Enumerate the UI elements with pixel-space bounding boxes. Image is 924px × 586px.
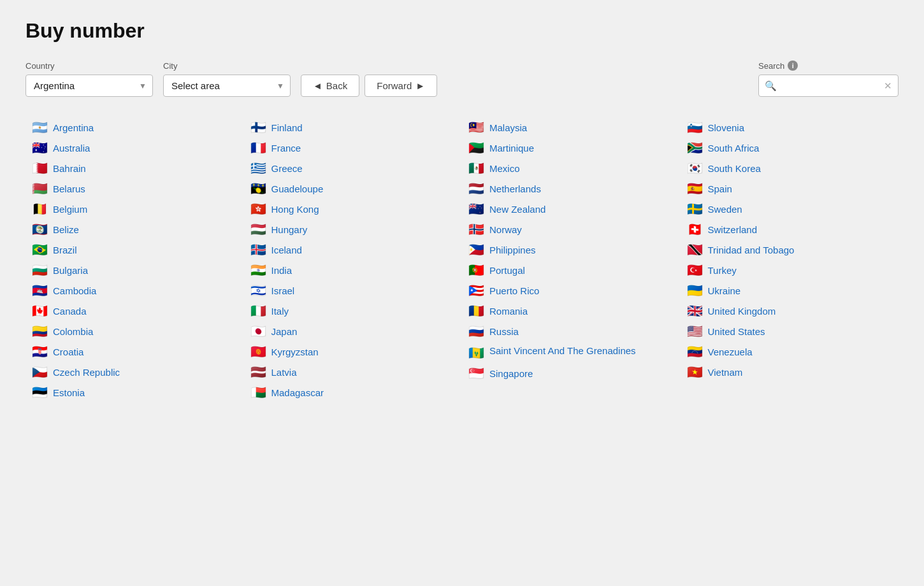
country-item[interactable]: 🇳🇱Netherlands	[462, 178, 681, 199]
country-name: Russia	[489, 326, 519, 337]
country-name: Bahrain	[53, 163, 86, 174]
country-item[interactable]: 🇻🇳Vietnam	[681, 362, 899, 382]
country-item[interactable]: 🇻🇨Saint Vincent And The Grenadines	[462, 341, 681, 363]
country-name: India	[271, 265, 292, 276]
search-input[interactable]	[758, 75, 899, 97]
country-item[interactable]: 🇮🇸Iceland	[244, 239, 463, 260]
country-flag-icon: 🇿🇦	[687, 141, 703, 154]
country-flag-icon: 🇻🇳	[687, 366, 703, 378]
country-item[interactable]: 🇹🇹Trinidad and Tobago	[681, 239, 899, 260]
country-item[interactable]: 🇳🇿New Zealand	[462, 199, 681, 219]
country-name: Latvia	[271, 367, 297, 378]
country-item[interactable]: 🇮🇳India	[244, 260, 463, 280]
country-item[interactable]: 🇭🇷Croatia	[25, 341, 244, 362]
forward-button[interactable]: Forward ►	[365, 75, 437, 97]
country-flag-icon: 🇫🇮	[250, 121, 266, 134]
country-item[interactable]: 🇰🇬Kyrgyzstan	[244, 341, 463, 362]
country-item[interactable]: 🇸🇬Singapore	[462, 363, 681, 383]
country-item[interactable]: 🇪🇪Estonia	[25, 382, 244, 403]
country-item[interactable]: 🇮🇱Israel	[244, 280, 463, 301]
country-item[interactable]: 🇹🇷Turkey	[681, 260, 899, 280]
country-item[interactable]: 🇫🇷France	[244, 138, 463, 158]
country-item[interactable]: 🇧🇾Belarus	[25, 178, 244, 199]
country-name: Belgium	[53, 204, 87, 215]
country-item[interactable]: 🇲🇾Malaysia	[462, 117, 681, 138]
country-item[interactable]: 🇧🇪Belgium	[25, 199, 244, 219]
country-flag-icon: 🇭🇺	[250, 223, 266, 236]
country-name: United States	[708, 326, 765, 337]
country-flag-icon: 🇲🇽	[468, 162, 484, 175]
country-item[interactable]: 🇧🇭Bahrain	[25, 158, 244, 178]
country-column-1: 🇫🇮Finland🇫🇷France🇬🇷Greece🇬🇵Guadeloupe🇭🇰H…	[244, 117, 463, 403]
country-name: Sweden	[708, 204, 742, 215]
page-title: Buy number	[25, 19, 899, 43]
country-flag-icon: 🇰🇷	[687, 162, 703, 175]
country-flag-icon: 🇲🇾	[468, 121, 484, 134]
country-item[interactable]: 🇬🇧United Kingdom	[681, 301, 899, 321]
country-item[interactable]: 🇨🇿Czech Republic	[25, 362, 244, 382]
country-item[interactable]: 🇬🇵Guadeloupe	[244, 178, 463, 199]
country-item[interactable]: 🇱🇻Latvia	[244, 362, 463, 382]
country-flag-icon: 🇮🇳	[250, 264, 266, 276]
country-item[interactable]: 🇿🇦South Africa	[681, 138, 899, 158]
country-item[interactable]: 🇦🇷Argentina	[25, 117, 244, 138]
country-flag-icon: 🇷🇺	[468, 325, 484, 338]
country-item[interactable]: 🇲🇬Madagascar	[244, 382, 463, 403]
back-label: Back	[326, 80, 347, 91]
country-flag-icon: 🇮🇱	[250, 284, 266, 297]
city-select[interactable]: Select area	[163, 75, 291, 97]
country-item[interactable]: 🇫🇮Finland	[244, 117, 463, 138]
country-item[interactable]: 🇧🇿Belize	[25, 219, 244, 239]
country-name: Argentina	[53, 122, 94, 133]
country-flag-icon: 🇻🇨	[468, 347, 484, 359]
country-flag-icon: 🇦🇷	[32, 121, 48, 134]
country-item[interactable]: 🇭🇰Hong Kong	[244, 199, 463, 219]
country-item[interactable]: 🇵🇷Puerto Rico	[462, 280, 681, 301]
country-name: Cambodia	[53, 285, 96, 296]
back-button[interactable]: ◄ Back	[301, 75, 359, 97]
country-flag-icon: 🇬🇧	[687, 304, 703, 317]
country-name: Slovenia	[708, 122, 745, 133]
search-clear-icon[interactable]: ✕	[884, 80, 892, 92]
country-item[interactable]: 🇧🇬Bulgaria	[25, 260, 244, 280]
country-item[interactable]: 🇳🇴Norway	[462, 219, 681, 239]
country-name: Czech Republic	[53, 367, 120, 378]
country-item[interactable]: 🇰🇷South Korea	[681, 158, 899, 178]
country-item[interactable]: 🇲🇶Martinique	[462, 138, 681, 158]
country-item[interactable]: 🇨🇦Canada	[25, 301, 244, 321]
country-item[interactable]: 🇯🇵Japan	[244, 321, 463, 341]
country-flag-icon: 🇦🇺	[32, 141, 48, 154]
city-label: City	[163, 61, 291, 71]
country-name: Vietnam	[708, 367, 743, 378]
country-name: Puerto Rico	[489, 285, 539, 296]
country-item[interactable]: 🇰🇭Cambodia	[25, 280, 244, 301]
countries-grid: 🇦🇷Argentina🇦🇺Australia🇧🇭Bahrain🇧🇾Belarus…	[25, 117, 899, 403]
country-item[interactable]: 🇬🇷Greece	[244, 158, 463, 178]
country-item[interactable]: 🇮🇹Italy	[244, 301, 463, 321]
country-select[interactable]: Argentina	[25, 75, 153, 97]
country-item[interactable]: 🇷🇺Russia	[462, 321, 681, 341]
country-item[interactable]: 🇵🇹Portugal	[462, 260, 681, 280]
country-item[interactable]: 🇪🇸Spain	[681, 178, 899, 199]
country-item[interactable]: 🇦🇺Australia	[25, 138, 244, 158]
country-item[interactable]: 🇸🇮Slovenia	[681, 117, 899, 138]
country-flag-icon: 🇧🇬	[32, 264, 48, 276]
country-item[interactable]: 🇧🇷Brazil	[25, 239, 244, 260]
country-flag-icon: 🇳🇴	[468, 223, 484, 236]
country-flag-icon: 🇪🇪	[32, 386, 48, 399]
country-item[interactable]: 🇭🇺Hungary	[244, 219, 463, 239]
country-item[interactable]: 🇺🇦Ukraine	[681, 280, 899, 301]
country-item[interactable]: 🇸🇪Sweden	[681, 199, 899, 219]
country-item[interactable]: 🇺🇸United States	[681, 321, 899, 341]
country-item[interactable]: 🇲🇽Mexico	[462, 158, 681, 178]
country-item[interactable]: 🇷🇴Romania	[462, 301, 681, 321]
country-flag-icon: 🇸🇪	[687, 203, 703, 215]
country-item[interactable]: 🇵🇭Philippines	[462, 239, 681, 260]
country-item[interactable]: 🇻🇪Venezuela	[681, 341, 899, 362]
country-item[interactable]: 🇨🇭Switzerland	[681, 219, 899, 239]
country-flag-icon: 🇭🇰	[250, 203, 266, 215]
country-name: New Zealand	[489, 204, 545, 215]
country-item[interactable]: 🇨🇴Colombia	[25, 321, 244, 341]
country-flag-icon: 🇨🇿	[32, 366, 48, 378]
country-name: Greece	[271, 163, 303, 174]
